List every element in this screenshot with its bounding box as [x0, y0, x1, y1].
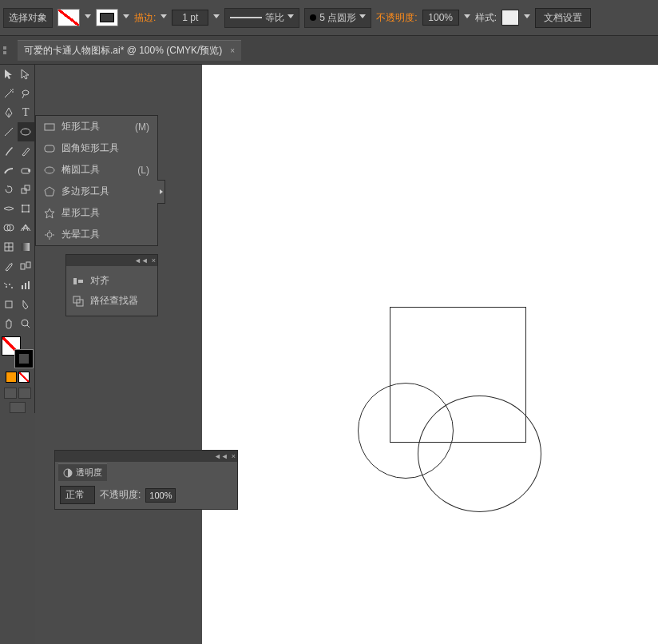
- stroke-weight-link-icon[interactable]: [161, 14, 167, 21]
- svg-point-9: [28, 211, 30, 213]
- fill-stroke-swatches[interactable]: [2, 336, 34, 368]
- stroke-dropdown-icon[interactable]: [123, 14, 129, 21]
- tab-title: 可爱的卡通人物图标.ai* @ 100% (CMYK/预览): [24, 44, 222, 58]
- flare-tool-item[interactable]: 光晕工具: [36, 224, 157, 245]
- stroke-weight-dropdown-icon[interactable]: [213, 14, 220, 21]
- align-pathfinder-panel[interactable]: ◄◄× 对齐 路径查找器: [65, 254, 158, 316]
- graph-tool[interactable]: [18, 276, 35, 295]
- shape-builder-tool[interactable]: [0, 218, 18, 237]
- artboard-tool[interactable]: [0, 295, 18, 314]
- stroke-swatch[interactable]: [96, 9, 118, 26]
- gradient-tool[interactable]: [18, 237, 35, 256]
- svg-rect-38: [78, 280, 83, 283]
- symbol-sprayer-tool[interactable]: [0, 276, 18, 295]
- pencil-tool[interactable]: [18, 141, 35, 161]
- direct-selection-tool[interactable]: [18, 65, 35, 84]
- mesh-tool[interactable]: [0, 237, 18, 256]
- blob-brush-tool[interactable]: [0, 161, 18, 180]
- width-tool[interactable]: [0, 199, 18, 218]
- item-shortcut: (L): [137, 165, 149, 176]
- screen-mode-dropdown[interactable]: [18, 388, 31, 399]
- stroke-color-swatch[interactable]: [14, 349, 34, 368]
- svg-marker-30: [45, 187, 54, 196]
- shape-tool[interactable]: [18, 122, 35, 141]
- magic-wand-tool[interactable]: [0, 84, 18, 103]
- collapse-icon[interactable]: ◄◄: [214, 453, 228, 460]
- style-swatch[interactable]: [501, 10, 519, 26]
- pathfinder-label: 路径查找器: [90, 294, 138, 308]
- polygon-tool-item[interactable]: 多边形工具: [36, 181, 157, 202]
- opacity-value-input[interactable]: 100%: [145, 488, 176, 503]
- perspective-grid-tool[interactable]: [18, 218, 35, 237]
- paintbrush-tool[interactable]: [0, 141, 18, 161]
- svg-rect-37: [73, 278, 77, 284]
- item-shortcut: (M): [135, 121, 149, 133]
- free-transform-tool[interactable]: [18, 199, 35, 218]
- rectangle-tool-item[interactable]: 矩形工具 (M): [36, 116, 157, 137]
- type-tool[interactable]: T: [18, 103, 35, 122]
- svg-point-32: [47, 233, 52, 237]
- rotate-tool[interactable]: [0, 180, 18, 199]
- svg-point-19: [9, 284, 10, 285]
- document-tab[interactable]: 可爱的卡通人物图标.ai* @ 100% (CMYK/预览) ×: [18, 40, 241, 61]
- svg-point-29: [45, 167, 54, 173]
- brush-label: 5 点圆形: [319, 11, 356, 25]
- item-label: 椭圆工具: [61, 163, 100, 177]
- svg-rect-16: [21, 264, 25, 269]
- ellipse-tool-item[interactable]: 椭圆工具 (L): [36, 159, 157, 181]
- align-label: 对齐: [90, 274, 109, 288]
- selection-info[interactable]: 选择对象: [3, 8, 53, 28]
- last-color-swatch[interactable]: [6, 372, 17, 383]
- scale-tool[interactable]: [18, 180, 35, 199]
- opacity-input[interactable]: 100%: [422, 10, 459, 26]
- blend-mode-select[interactable]: 正常: [60, 486, 95, 504]
- slice-tool[interactable]: [18, 295, 35, 314]
- change-screen-mode[interactable]: [10, 402, 26, 413]
- hand-tool[interactable]: [0, 314, 18, 333]
- stroke-weight-input[interactable]: 1 pt: [172, 10, 208, 26]
- eyedropper-tool[interactable]: [0, 256, 18, 276]
- selection-tool[interactable]: [0, 65, 18, 84]
- fill-dropdown-icon[interactable]: [85, 14, 91, 21]
- star-tool-item[interactable]: 星形工具: [36, 202, 157, 224]
- polygon-icon: [44, 186, 55, 197]
- style-dropdown-icon[interactable]: [524, 14, 530, 21]
- lasso-tool[interactable]: [18, 84, 35, 103]
- toolbox: T: [0, 65, 35, 413]
- pathfinder-tab[interactable]: 路径查找器: [71, 291, 153, 311]
- eraser-tool[interactable]: [18, 161, 35, 180]
- svg-rect-28: [45, 145, 54, 152]
- fill-swatch[interactable]: [57, 9, 80, 26]
- transparency-panel[interactable]: ◄◄× 透明度 正常 不透明度: 100%: [54, 450, 238, 510]
- none-swatch[interactable]: [18, 372, 30, 383]
- collapse-icon[interactable]: ◄◄: [134, 257, 149, 264]
- profile-label: 等比: [265, 11, 284, 25]
- blend-tool[interactable]: [18, 256, 35, 276]
- document-setup-button[interactable]: 文档设置: [535, 8, 591, 28]
- profile-dropdown[interactable]: 等比: [224, 8, 299, 28]
- ellipse-shape-2[interactable]: [418, 396, 541, 512]
- svg-point-1: [21, 129, 30, 135]
- svg-rect-17: [26, 262, 30, 268]
- tab-close-button[interactable]: ×: [230, 46, 235, 55]
- flyout-tearoff-handle[interactable]: [157, 180, 165, 204]
- svg-point-18: [6, 286, 7, 288]
- align-tab[interactable]: 对齐: [71, 271, 153, 291]
- line-tool[interactable]: [0, 122, 18, 141]
- transparency-tab[interactable]: 透明度: [58, 463, 107, 481]
- zoom-tool[interactable]: [18, 314, 35, 333]
- rounded-rectangle-tool-item[interactable]: 圆角矩形工具: [36, 137, 157, 159]
- panel-header[interactable]: ◄◄×: [66, 255, 157, 266]
- svg-point-6: [22, 205, 23, 206]
- brush-dropdown[interactable]: 5 点圆形: [304, 8, 371, 28]
- screen-mode-normal[interactable]: [4, 388, 17, 399]
- tab-drag-handle[interactable]: [3, 46, 14, 54]
- svg-rect-5: [22, 205, 29, 212]
- close-icon[interactable]: ×: [232, 453, 236, 460]
- item-label: 矩形工具: [61, 120, 100, 133]
- close-icon[interactable]: ×: [152, 257, 156, 264]
- pen-tool[interactable]: [0, 103, 18, 122]
- opacity-label: 不透明度:: [100, 488, 141, 502]
- panel-header[interactable]: ◄◄×: [55, 451, 237, 462]
- opacity-dropdown-icon[interactable]: [464, 14, 470, 21]
